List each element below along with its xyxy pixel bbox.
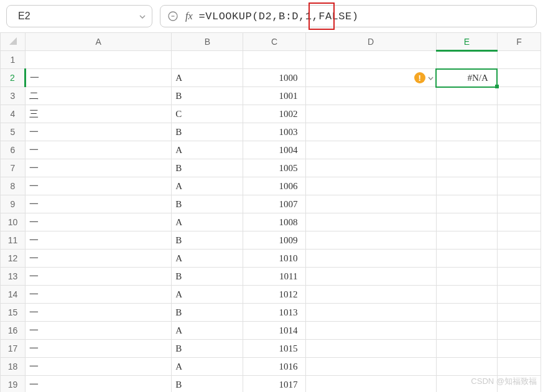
- cell[interactable]: [436, 250, 497, 268]
- cell[interactable]: [436, 123, 497, 141]
- cell[interactable]: B: [172, 231, 243, 250]
- select-all-corner[interactable]: [1, 33, 26, 51]
- cell[interactable]: 1015: [243, 340, 305, 358]
- col-header-d[interactable]: D: [305, 33, 436, 51]
- cell[interactable]: [436, 213, 497, 231]
- cell[interactable]: [497, 141, 541, 159]
- cell[interactable]: A: [172, 286, 243, 304]
- cell[interactable]: [305, 159, 436, 177]
- cell[interactable]: [26, 51, 172, 69]
- cell[interactable]: [305, 105, 436, 123]
- cell[interactable]: 一: [26, 340, 172, 358]
- cell[interactable]: [305, 286, 436, 304]
- cell[interactable]: 一: [26, 159, 172, 177]
- cell[interactable]: 一: [26, 322, 172, 340]
- row-header[interactable]: 14: [1, 286, 26, 304]
- cancel-icon[interactable]: [167, 10, 179, 22]
- row-header[interactable]: 18: [1, 358, 26, 376]
- cell[interactable]: B: [172, 159, 243, 177]
- cell[interactable]: [497, 123, 541, 141]
- cell[interactable]: 三: [26, 105, 172, 123]
- row-header[interactable]: 15: [1, 304, 26, 322]
- cell[interactable]: [436, 141, 497, 159]
- cell[interactable]: 一: [26, 69, 172, 87]
- row-header[interactable]: 12: [1, 250, 26, 268]
- cell[interactable]: B: [172, 195, 243, 213]
- cell[interactable]: 一: [26, 177, 172, 195]
- cell[interactable]: [305, 177, 436, 195]
- cell[interactable]: 1001: [243, 87, 305, 105]
- cell[interactable]: 一: [26, 376, 172, 393]
- cell[interactable]: [305, 123, 436, 141]
- row-header[interactable]: 16: [1, 322, 26, 340]
- cell[interactable]: A: [172, 250, 243, 268]
- cell[interactable]: 1004: [243, 141, 305, 159]
- row-header[interactable]: 9: [1, 195, 26, 213]
- row-header[interactable]: 3: [1, 87, 26, 105]
- row-header[interactable]: 10: [1, 213, 26, 231]
- cell[interactable]: [436, 159, 497, 177]
- cell[interactable]: A: [172, 358, 243, 376]
- cell[interactable]: C: [172, 105, 243, 123]
- cell[interactable]: [436, 286, 497, 304]
- col-header-e[interactable]: E: [436, 33, 497, 51]
- cell[interactable]: 一: [26, 123, 172, 141]
- cell[interactable]: 1009: [243, 231, 305, 250]
- row-header[interactable]: 2: [1, 69, 26, 87]
- cell[interactable]: [497, 268, 541, 286]
- cell[interactable]: 1003: [243, 123, 305, 141]
- cell[interactable]: A: [172, 213, 243, 231]
- cell[interactable]: B: [172, 123, 243, 141]
- cell[interactable]: [497, 105, 541, 123]
- cell[interactable]: [305, 304, 436, 322]
- row-header[interactable]: 11: [1, 231, 26, 250]
- col-header-a[interactable]: A: [26, 33, 172, 51]
- cell[interactable]: [243, 51, 305, 69]
- cell[interactable]: [436, 268, 497, 286]
- cell[interactable]: [305, 87, 436, 105]
- cell[interactable]: [497, 51, 541, 69]
- row-header[interactable]: 5: [1, 123, 26, 141]
- cell[interactable]: [305, 340, 436, 358]
- cell[interactable]: [497, 358, 541, 376]
- cell[interactable]: B: [172, 340, 243, 358]
- cell[interactable]: 1005: [243, 159, 305, 177]
- cell[interactable]: [436, 358, 497, 376]
- error-indicator[interactable]: !: [414, 72, 434, 83]
- fx-label[interactable]: fx: [185, 11, 193, 22]
- cell[interactable]: 二: [26, 87, 172, 105]
- cell[interactable]: 一: [26, 268, 172, 286]
- cell[interactable]: [436, 195, 497, 213]
- cell[interactable]: [305, 358, 436, 376]
- cell[interactable]: B: [172, 268, 243, 286]
- cell[interactable]: !: [305, 69, 436, 87]
- cell[interactable]: [497, 304, 541, 322]
- cell[interactable]: 1010: [243, 250, 305, 268]
- cell[interactable]: 1014: [243, 322, 305, 340]
- cell[interactable]: [436, 322, 497, 340]
- cell[interactable]: [497, 250, 541, 268]
- cell[interactable]: [436, 87, 497, 105]
- cell[interactable]: A: [172, 177, 243, 195]
- cell[interactable]: [305, 51, 436, 69]
- cell[interactable]: 一: [26, 250, 172, 268]
- cell[interactable]: 1006: [243, 177, 305, 195]
- cell[interactable]: A: [172, 69, 243, 87]
- row-header[interactable]: 4: [1, 105, 26, 123]
- cell[interactable]: [497, 195, 541, 213]
- cell[interactable]: A: [172, 322, 243, 340]
- cell[interactable]: 1016: [243, 358, 305, 376]
- cell[interactable]: [497, 69, 541, 87]
- cell[interactable]: [497, 286, 541, 304]
- cell[interactable]: [497, 159, 541, 177]
- cell[interactable]: [305, 213, 436, 231]
- cell[interactable]: [305, 268, 436, 286]
- cell[interactable]: 1002: [243, 105, 305, 123]
- cell[interactable]: [436, 231, 497, 250]
- cell[interactable]: 1000: [243, 69, 305, 87]
- cell[interactable]: 一: [26, 141, 172, 159]
- cell[interactable]: [497, 322, 541, 340]
- cell[interactable]: 一: [26, 213, 172, 231]
- cell[interactable]: 1008: [243, 213, 305, 231]
- row-header[interactable]: 1: [1, 51, 26, 69]
